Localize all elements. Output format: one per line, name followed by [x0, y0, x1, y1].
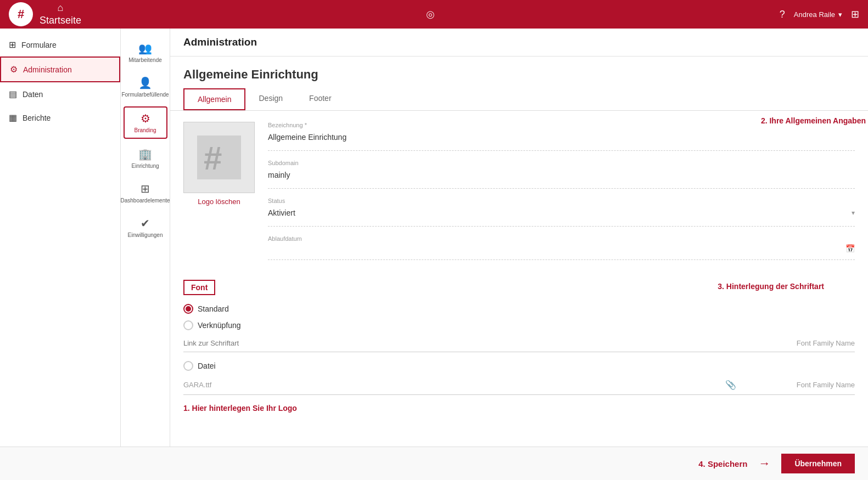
arrow-right-icon: →: [758, 456, 770, 471]
radio-group-datei: Datei: [183, 361, 855, 371]
icon-sidebar-einrichtung[interactable]: 🏢 Einrichtung: [124, 143, 167, 173]
berichte-icon: ▦: [9, 112, 17, 123]
field-status: Status Aktiviert ▾: [268, 197, 855, 227]
dashboardelemente-label: Dashboardelemente: [120, 197, 170, 204]
einwilligungen-label: Einwilligungen: [128, 232, 163, 238]
apps-icon[interactable]: ⊞: [851, 8, 859, 20]
main-content: Administration Allgemeine Einrichtung Al…: [170, 29, 868, 480]
subdomain-label: Subdomain: [268, 160, 855, 166]
font-link-family-label: Font Family Name: [745, 339, 855, 347]
radio-datei[interactable]: Datei: [183, 361, 855, 371]
form-area: # Logo löschen 2. Ihre Allgemeinen Angab…: [170, 111, 868, 280]
annotation-4: 4. Speichern: [698, 459, 747, 468]
radio-standard-label: Standard: [198, 304, 229, 313]
user-name: Andrea Raile: [794, 10, 835, 19]
branding-icon: ⚙: [141, 112, 150, 125]
tab-design[interactable]: Design: [245, 88, 296, 110]
bezeichnung-value[interactable]: Allgemeine Einrichtung: [268, 131, 855, 144]
annotation-3: 3. Hinterlegung der Schriftart: [718, 282, 824, 291]
home-icon: ⌂: [58, 2, 64, 14]
logo-section: # Logo löschen: [183, 122, 255, 269]
ablaufdatum-field[interactable]: 📅: [268, 244, 855, 253]
icon-sidebar-branding[interactable]: ⚙ Branding: [124, 106, 167, 139]
status-select[interactable]: Aktiviert ▾: [268, 206, 855, 219]
field-bezeichnung: Bezeichnung * Allgemeine Einrichtung: [268, 122, 855, 151]
radio-group-font: Standard Verknüpfung: [183, 304, 855, 330]
annotation-1: 1. Hier hinterlegen Sie Ihr Logo: [183, 404, 855, 413]
radio-datei-circle: [183, 361, 193, 371]
einrichtung-icon: 🏢: [138, 148, 152, 161]
file-attach-icon[interactable]: 📎: [725, 380, 736, 390]
sidebar-item-formulare[interactable]: ⊞ Formulare: [0, 33, 120, 57]
font-file-family-label: Font Family Name: [745, 381, 855, 389]
home-nav[interactable]: ⌂ Startseite: [40, 2, 81, 26]
save-button[interactable]: Übernehmen: [781, 454, 855, 473]
svg-text:#: #: [204, 140, 222, 177]
font-file-text: GARA.ttf: [183, 381, 716, 389]
ablaufdatum-label: Ablaufdatum: [268, 235, 855, 242]
bezeichnung-label: Bezeichnung *: [268, 122, 855, 128]
font-section: 3. Hinterlegung der Schriftart Font Stan…: [170, 280, 868, 395]
font-label: Font: [183, 280, 215, 295]
radio-verknuepfung[interactable]: Verknüpfung: [183, 320, 855, 330]
formularbenutzer-icon: 👤: [138, 76, 152, 89]
administration-icon: ⚙: [10, 64, 18, 75]
logo-placeholder[interactable]: #: [183, 122, 255, 193]
mitarbeitende-label: Mitarbeitende: [128, 57, 162, 63]
bottom-bar: 4. Speichern → Übernehmen: [170, 447, 868, 480]
field-subdomain: Subdomain mainly: [268, 160, 855, 189]
app-logo: #: [9, 2, 33, 26]
font-file-row: GARA.ttf 📎 Font Family Name: [183, 380, 855, 395]
radio-verknuepfung-label: Verknüpfung: [198, 321, 241, 330]
logo-hash-icon: #: [197, 135, 241, 179]
tab-allgemein[interactable]: Allgemein: [183, 88, 245, 110]
dashboardelemente-icon: ⊞: [141, 182, 150, 195]
sidebar-berichte-label: Berichte: [23, 114, 51, 122]
formularbenutzer-label: Formularbefüllende: [121, 92, 169, 98]
user-menu[interactable]: Andrea Raile ▾: [794, 10, 842, 19]
topnav: # ⌂ Startseite ◎ ? Andrea Raile ▾ ⊞: [0, 0, 868, 29]
sidebar-item-berichte[interactable]: ▦ Berichte: [0, 106, 120, 129]
radio-standard[interactable]: Standard: [183, 304, 855, 314]
formulare-icon: ⊞: [9, 39, 16, 50]
branding-label: Branding: [134, 127, 156, 133]
help-icon[interactable]: ?: [780, 9, 785, 20]
daten-icon: ▤: [9, 89, 17, 99]
topnav-settings-icon: ◎: [426, 8, 435, 20]
radio-standard-circle: [183, 304, 193, 314]
radio-datei-label: Datei: [198, 362, 216, 370]
icon-sidebar-formularbenutzer[interactable]: 👤 Formularbefüllende: [124, 72, 167, 102]
status-chevron-icon: ▾: [852, 209, 855, 217]
status-label: Status: [268, 197, 855, 204]
annotation-1-area: 1. Hier hinterlegen Sie Ihr Logo: [170, 404, 868, 437]
field-ablaufdatum: Ablaufdatum 📅: [268, 235, 855, 260]
einrichtung-label: Einrichtung: [131, 163, 159, 169]
icon-sidebar-mitarbeitende[interactable]: 👥 Mitarbeitende: [124, 37, 167, 67]
icon-sidebar: 👥 Mitarbeitende 👤 Formularbefüllende ⚙ B…: [121, 29, 170, 480]
icon-sidebar-einwilligungen[interactable]: ✔ Einwilligungen: [124, 212, 167, 242]
sidebar-item-daten[interactable]: ▤ Daten: [0, 82, 120, 106]
sidebar-formulare-label: Formulare: [21, 41, 57, 49]
main-sidebar: ⊞ Formulare ⚙ Administration ▤ Daten ▦ B…: [0, 29, 121, 480]
mitarbeitende-icon: 👥: [138, 42, 152, 55]
sidebar-daten-label: Daten: [23, 90, 43, 99]
status-value: Aktiviert: [268, 208, 295, 217]
tabs: Allgemein Design Footer: [170, 88, 868, 111]
calendar-icon: 📅: [845, 244, 855, 253]
subdomain-value[interactable]: mainly: [268, 168, 855, 182]
admin-page-title: Administration: [170, 29, 868, 57]
home-label: Startseite: [40, 15, 81, 26]
user-chevron-icon: ▾: [838, 10, 842, 19]
fields-section: 2. Ihre Allgemeinen Angaben Bezeichnung …: [268, 122, 855, 269]
font-link-input[interactable]: [183, 339, 736, 347]
font-link-row: Font Family Name: [183, 339, 855, 352]
section-title: Allgemeine Einrichtung: [170, 57, 868, 88]
sidebar-administration-label: Administration: [23, 65, 72, 74]
icon-sidebar-dashboardelemente[interactable]: ⊞ Dashboardelemente: [124, 178, 167, 208]
radio-verknuepfung-circle: [183, 320, 193, 330]
logo-delete-link[interactable]: Logo löschen: [198, 197, 240, 206]
sidebar-item-administration[interactable]: ⚙ Administration: [0, 57, 120, 82]
einwilligungen-icon: ✔: [141, 217, 150, 230]
tab-footer[interactable]: Footer: [296, 88, 344, 110]
